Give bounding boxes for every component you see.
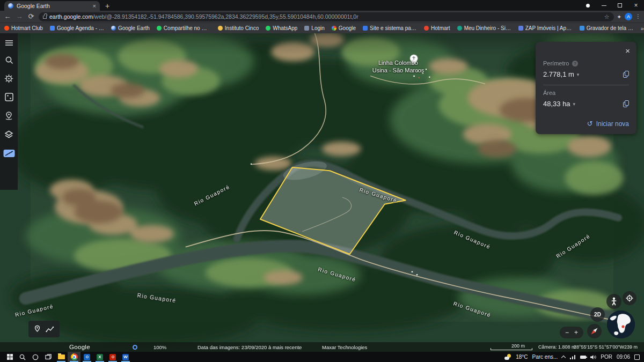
cortana-button[interactable]: [29, 352, 42, 362]
toggle-2d-button[interactable]: 2D: [590, 307, 605, 322]
window-close-button[interactable]: ×: [628, 0, 644, 11]
help-icon[interactable]: ?: [572, 61, 578, 67]
bookmark-hotmart-club[interactable]: Hotmart Club: [4, 25, 43, 31]
unit-dropdown-icon[interactable]: ▾: [577, 72, 580, 77]
battery-icon[interactable]: [580, 356, 586, 359]
voyager-helm-icon[interactable]: [4, 74, 13, 83]
perimeter-label: Perímetro: [543, 60, 569, 67]
feeling-lucky-dice-icon[interactable]: [5, 93, 13, 101]
file-explorer-button[interactable]: [55, 352, 68, 362]
profile-avatar[interactable]: A: [625, 13, 632, 20]
measurement-panel: × Perímetro ? 2.778,1 m ▾ Área 48,33 ha …: [536, 42, 636, 134]
placemark-pin-icon[interactable]: [4, 111, 13, 121]
extensions-icon[interactable]: ✦: [617, 14, 621, 20]
bookmark-site-sistema[interactable]: Site e sistema para..: [363, 25, 417, 31]
generic-site-icon: [304, 26, 309, 31]
copy-icon[interactable]: [623, 100, 629, 107]
chrome-icon: [71, 353, 78, 360]
add-placemark-icon[interactable]: [34, 325, 41, 333]
windows-logo-icon: [7, 354, 13, 360]
weather-temp[interactable]: 18°C: [516, 354, 528, 360]
bookmark-hotmart[interactable]: Hotmart: [424, 25, 450, 31]
window-maximize-button[interactable]: [612, 0, 628, 11]
bookmarks-overflow-chevron[interactable]: »: [641, 25, 644, 32]
acrobat-button[interactable]: [106, 352, 119, 362]
task-view-button[interactable]: [42, 352, 55, 362]
my-location-button[interactable]: [623, 291, 636, 305]
weather-desc[interactable]: Parc ens...: [532, 354, 558, 360]
tab-close-icon[interactable]: ×: [93, 3, 96, 9]
bookmark-instituto-cinco[interactable]: Instituto Cinco: [218, 25, 259, 31]
flame-icon: [424, 26, 429, 31]
url-text: earth.google.com/web/@-28.91354182,-51.9…: [49, 13, 602, 20]
bookmark-gravador[interactable]: Gravador de tela gr...: [580, 25, 634, 31]
restart-measurement-button[interactable]: ↺ Iniciar nova: [587, 120, 629, 128]
address-bar[interactable]: earth.google.com/web/@-28.91354182,-51.9…: [39, 12, 614, 21]
bookmark-meu-dinheiro[interactable]: Meu Dinheiro - Sist...: [457, 25, 511, 31]
back-button[interactable]: ←: [3, 13, 12, 20]
main-menu-icon[interactable]: [5, 40, 13, 46]
bookmark-compartilhe[interactable]: Compartilhe no Wh...: [157, 25, 211, 31]
new-tab-button[interactable]: +: [105, 3, 109, 9]
unit-dropdown-icon[interactable]: ▾: [573, 101, 576, 107]
url-path: /web/@-28.91354182,-51.94784586,390.5957…: [93, 13, 358, 20]
earth-status-bar: Google 100% Data das imagens: 23/09/2020…: [0, 342, 644, 352]
keyboard-language[interactable]: POR: [601, 354, 612, 360]
bookmark-star-icon[interactable]: ☆: [604, 13, 610, 20]
globe-overview-button[interactable]: [607, 311, 635, 338]
bookmark-zap-imoveis[interactable]: ZAP Imóveis | Apart...: [518, 25, 573, 31]
bookmarks-bar: Hotmart Club Google Agenda - S... Google…: [0, 23, 644, 33]
compass-button[interactable]: [587, 324, 602, 338]
loading-ring-icon: [133, 342, 137, 352]
zoom-out-button[interactable]: −: [565, 329, 569, 336]
browser-toolbar: ← → ⟳ earth.google.com/web/@-28.91354182…: [0, 11, 644, 23]
taskbar-search-button[interactable]: [16, 352, 29, 362]
mail-app-icon: [84, 354, 90, 360]
tab-google-earth[interactable]: Google Earth ×: [4, 1, 100, 11]
start-button[interactable]: [3, 352, 16, 362]
measure-tool-icon-active[interactable]: [3, 149, 15, 158]
reload-button[interactable]: ⟳: [27, 13, 35, 20]
window-minimize-button[interactable]: [596, 0, 612, 11]
bookmark-google-agenda[interactable]: Google Agenda - S...: [50, 25, 104, 31]
clock[interactable]: 09:06: [617, 354, 630, 360]
hidden-icons-chevron[interactable]: [562, 355, 566, 359]
task-view-icon: [45, 354, 52, 360]
bookmark-login[interactable]: Login: [304, 25, 324, 31]
weather-icon: [504, 354, 511, 360]
bookmark-google-earth[interactable]: Google Earth: [111, 25, 150, 31]
measure-path-icon[interactable]: [46, 326, 54, 333]
word-button[interactable]: W: [119, 352, 132, 362]
generic-site-icon: [457, 26, 462, 31]
network-signal-icon[interactable]: [570, 354, 576, 359]
search-icon[interactable]: [5, 56, 13, 64]
imagery-date: Data das imagens: 23/09/2020 à mais rece…: [197, 342, 302, 352]
browser-tab-strip: Google Earth × + ×: [0, 0, 644, 11]
speaker-icon[interactable]: [590, 354, 596, 360]
tab-title: Google Earth: [17, 3, 90, 9]
cursor-coordinates: 28°55'15"S 51°57'00"W: [574, 342, 624, 352]
chrome-taskbar-button[interactable]: [68, 352, 80, 362]
zoom-in-button[interactable]: +: [574, 329, 578, 336]
forward-button[interactable]: →: [15, 13, 24, 20]
window-controls: ×: [580, 0, 644, 11]
whatsapp-icon: [266, 26, 270, 31]
bookmark-google[interactable]: Google: [332, 25, 356, 31]
url-host: earth.google.com: [49, 13, 93, 20]
stream-percent: 100%: [153, 342, 166, 352]
screen-recorder-icon: [580, 26, 584, 31]
map-scale-bar: 200 m: [489, 342, 532, 352]
desktop-screen: Google Earth × + × ← → ⟳ earth.google.co…: [0, 0, 644, 362]
panel-close-icon[interactable]: ×: [625, 46, 630, 55]
copy-icon[interactable]: [623, 71, 629, 78]
imagery-provider: Maxar Technologies: [322, 342, 367, 352]
earth-map-viewport[interactable]: Linha Colombo Usina - São Marcos Rio Gua…: [0, 33, 644, 352]
bookmark-whatsapp[interactable]: WhatsApp: [266, 25, 297, 31]
excel-button[interactable]: X: [93, 352, 106, 362]
action-center-icon[interactable]: [634, 354, 640, 360]
map-style-layers-icon[interactable]: [4, 130, 13, 139]
browser-menu-icon[interactable]: ⋮: [635, 16, 641, 18]
pegman-street-view-button[interactable]: [606, 294, 621, 309]
globe-south-america-icon: [607, 311, 635, 338]
mail-app-button[interactable]: [80, 352, 93, 362]
